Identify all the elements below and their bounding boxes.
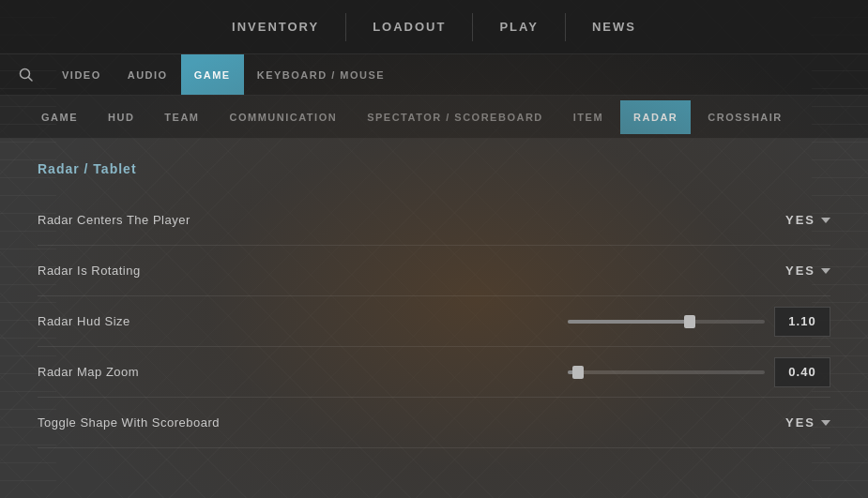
sub-nav-radar[interactable]: RADAR bbox=[620, 100, 691, 134]
sub-nav-item[interactable]: ITEM bbox=[560, 100, 617, 134]
second-nav-keyboard[interactable]: KEYBOARD / MOUSE bbox=[244, 54, 398, 95]
sub-nav: GAME HUD TEAM COMMUNICATION SPECTATOR / … bbox=[0, 96, 868, 139]
top-nav: INVENTORY LOADOUT PLAY NEWS bbox=[0, 0, 868, 54]
radar-centers-dropdown[interactable]: YES bbox=[785, 213, 830, 227]
content-area: Radar / Tablet Radar Centers The Player … bbox=[0, 139, 868, 471]
radar-map-zoom-value: 0.40 bbox=[774, 357, 830, 387]
radar-centers-value: YES bbox=[785, 213, 815, 227]
setting-row-radar-hud-size: Radar Hud Size 1.10 bbox=[38, 296, 830, 347]
sub-nav-team[interactable]: TEAM bbox=[151, 100, 212, 134]
top-nav-loadout[interactable]: LOADOUT bbox=[346, 0, 472, 53]
radar-map-zoom-track[interactable] bbox=[568, 370, 765, 374]
toggle-shape-chevron bbox=[821, 420, 830, 426]
sub-nav-spectator[interactable]: SPECTATOR / SCOREBOARD bbox=[354, 100, 556, 134]
setting-row-toggle-shape: Toggle Shape With Scoreboard YES bbox=[38, 398, 830, 448]
setting-label-radar-hud-size: Radar Hud Size bbox=[38, 314, 568, 328]
second-nav-audio[interactable]: AUDIO bbox=[114, 54, 181, 95]
radar-hud-size-slider-area: 1.10 bbox=[568, 307, 830, 337]
radar-map-zoom-slider-area: 0.40 bbox=[568, 357, 830, 387]
second-nav-game[interactable]: GAME bbox=[181, 54, 244, 95]
radar-hud-size-track[interactable] bbox=[568, 320, 765, 324]
setting-row-radar-centers: Radar Centers The Player YES bbox=[38, 195, 830, 246]
top-nav-inventory[interactable]: INVENTORY bbox=[206, 0, 345, 53]
setting-row-radar-map-zoom: Radar Map Zoom 0.40 bbox=[38, 347, 830, 398]
setting-label-radar-map-zoom: Radar Map Zoom bbox=[38, 365, 568, 379]
radar-centers-chevron bbox=[821, 218, 830, 223]
top-nav-play[interactable]: PLAY bbox=[473, 0, 564, 53]
radar-rotating-value: YES bbox=[785, 264, 815, 278]
radar-hud-size-value: 1.10 bbox=[774, 307, 830, 337]
setting-label-radar-centers: Radar Centers The Player bbox=[38, 213, 785, 227]
radar-map-zoom-thumb[interactable] bbox=[572, 366, 584, 379]
sub-nav-communication[interactable]: COMMUNICATION bbox=[217, 100, 351, 134]
setting-row-radar-rotating: Radar Is Rotating YES bbox=[38, 246, 830, 296]
radar-hud-size-fill bbox=[568, 320, 690, 324]
radar-hud-size-thumb[interactable] bbox=[684, 315, 695, 328]
sub-nav-crosshair[interactable]: CROSSHAIR bbox=[694, 100, 796, 134]
setting-label-toggle-shape: Toggle Shape With Scoreboard bbox=[38, 415, 785, 430]
svg-line-1 bbox=[29, 77, 33, 81]
toggle-shape-value: YES bbox=[785, 415, 815, 430]
top-nav-news[interactable]: NEWS bbox=[566, 0, 662, 53]
section-title: Radar / Tablet bbox=[38, 161, 830, 176]
second-nav-video[interactable]: VIDEO bbox=[49, 54, 114, 95]
setting-label-radar-rotating: Radar Is Rotating bbox=[38, 264, 785, 278]
search-icon[interactable] bbox=[19, 68, 34, 83]
radar-rotating-chevron bbox=[821, 268, 830, 274]
radar-rotating-dropdown[interactable]: YES bbox=[785, 264, 830, 278]
second-nav: VIDEO AUDIO GAME KEYBOARD / MOUSE bbox=[0, 54, 868, 96]
sub-nav-hud[interactable]: HUD bbox=[95, 100, 147, 134]
toggle-shape-dropdown[interactable]: YES bbox=[785, 415, 830, 430]
sub-nav-game[interactable]: GAME bbox=[28, 100, 91, 134]
